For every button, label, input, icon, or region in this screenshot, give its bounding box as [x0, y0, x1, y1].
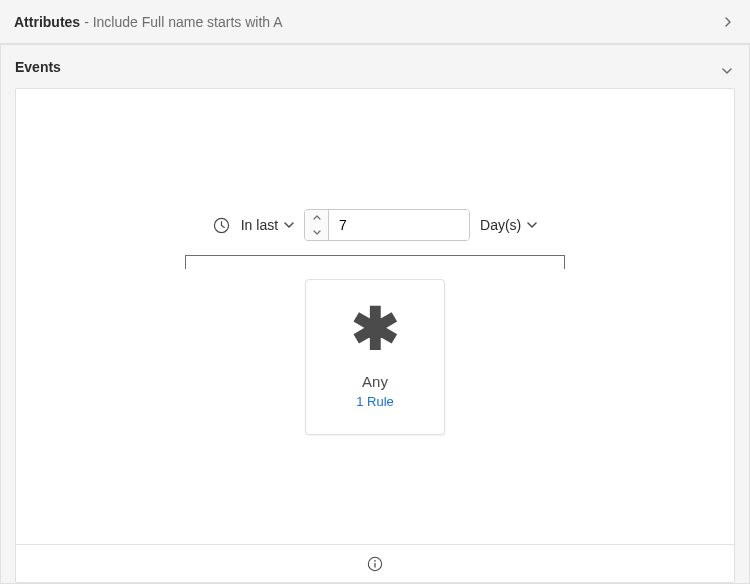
time-filter-row: In last Day(s)	[213, 209, 538, 241]
chevron-down-icon	[284, 220, 294, 230]
time-value-stepper[interactable]	[304, 209, 470, 241]
time-range-dropdown[interactable]: In last	[241, 217, 294, 233]
chevron-right-icon	[720, 14, 736, 30]
chevron-down-icon	[527, 220, 537, 230]
event-card-title: Any	[362, 373, 388, 390]
clock-icon	[213, 216, 231, 234]
events-title: Events	[15, 59, 61, 75]
info-icon[interactable]	[366, 555, 384, 573]
time-range-label: In last	[241, 217, 278, 233]
time-bracket	[185, 255, 565, 269]
event-card-any[interactable]: ✱ Any 1 Rule	[305, 279, 445, 435]
events-accordion-body: In last Day(s)	[0, 88, 750, 584]
event-card-rule-link[interactable]: 1 Rule	[356, 394, 394, 409]
time-unit-dropdown[interactable]: Day(s)	[480, 217, 537, 233]
events-accordion-header[interactable]: Events	[0, 44, 750, 88]
attributes-accordion-header[interactable]: Attributes - Include Full name starts wi…	[0, 0, 750, 44]
time-value-input[interactable]	[329, 210, 469, 240]
stepper-buttons	[305, 210, 329, 240]
stepper-up-button[interactable]	[305, 210, 328, 225]
stepper-down-button[interactable]	[305, 225, 328, 240]
svg-point-2	[374, 560, 376, 562]
chevron-down-icon	[719, 63, 735, 79]
attributes-title: Attributes	[14, 14, 80, 30]
time-unit-label: Day(s)	[480, 217, 521, 233]
asterisk-icon: ✱	[351, 305, 400, 353]
canvas-footer	[16, 544, 734, 582]
svg-rect-3	[374, 562, 375, 567]
attributes-subtitle: - Include Full name starts with A	[84, 14, 282, 30]
events-canvas: In last Day(s)	[15, 88, 735, 583]
events-canvas-inner: In last Day(s)	[16, 89, 734, 544]
